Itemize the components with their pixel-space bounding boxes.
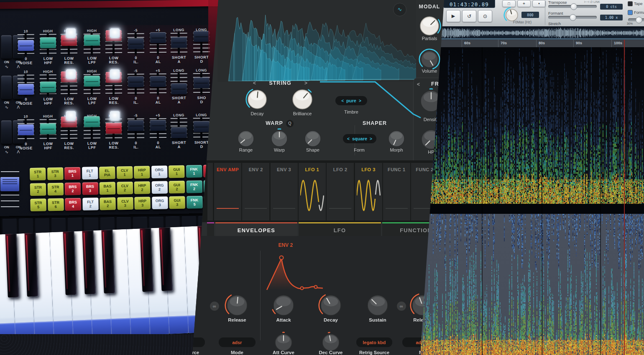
preset-button-org-2[interactable]: ORG2: [151, 181, 168, 194]
attack-knob[interactable]: [271, 292, 296, 318]
mod-slot-env-2[interactable]: ENV 2: [242, 163, 269, 221]
lit-button[interactable]: [66, 111, 76, 121]
slider-cap[interactable]: [171, 83, 187, 94]
lit-button[interactable]: [110, 111, 120, 121]
link-icon[interactable]: ∞: [210, 302, 219, 311]
lit-button[interactable]: [66, 69, 76, 79]
slider-thumb[interactable]: [570, 3, 577, 10]
env2-curve[interactable]: [255, 249, 330, 291]
lit-button[interactable]: [110, 28, 120, 38]
preset-button-str-1[interactable]: STR1: [30, 167, 46, 180]
slider-cap[interactable]: [194, 77, 210, 88]
brilliance-knob[interactable]: [290, 87, 315, 112]
checkbox-formant[interactable]: [628, 10, 633, 15]
slider-cap[interactable]: [128, 76, 144, 87]
mod-slot-lfo-3[interactable]: LFO 3: [355, 163, 382, 221]
slider-cap[interactable]: [194, 121, 210, 132]
preset-button-org-3[interactable]: ORG3: [152, 196, 168, 209]
waveform-overview[interactable]: [420, 26, 644, 40]
env-decay-knob[interactable]: [318, 292, 344, 318]
preset-button-flt-2[interactable]: FLT2: [82, 198, 99, 210]
preset-button-flt-1[interactable]: FLT1: [82, 167, 98, 180]
warp-knob[interactable]: [268, 128, 290, 150]
preset-button-str-5[interactable]: STR5: [30, 198, 46, 211]
mod-tab-lfo[interactable]: LFO: [299, 222, 381, 237]
loop-button[interactable]: ↺: [462, 10, 476, 22]
slider-cap[interactable]: [171, 37, 187, 48]
cycle-button[interactable]: ⊙: [478, 10, 492, 22]
slider-thumb[interactable]: [570, 14, 576, 21]
master-slider[interactable]: [0, 171, 20, 213]
retrig-selector[interactable]: legato kbd: [356, 337, 392, 347]
preset-button-str-6[interactable]: STR6: [48, 198, 64, 211]
preset-button-gui-2[interactable]: GUI2: [169, 181, 185, 194]
slider-cap[interactable]: [40, 37, 56, 48]
mode-selector[interactable]: adsr: [219, 337, 256, 347]
mod-slot-env-3[interactable]: ENV 3: [271, 163, 298, 221]
preset-button-el-pia[interactable]: ELPIA: [99, 167, 115, 180]
partials-knob[interactable]: [417, 14, 442, 38]
wave-icon[interactable]: ∿: [393, 3, 406, 16]
morph-knob[interactable]: [386, 128, 407, 150]
play-button[interactable]: ▶: [446, 10, 460, 22]
preset-button-gui-3[interactable]: GUI3: [169, 196, 185, 209]
slider-cap[interactable]: [84, 35, 100, 46]
preset-button-hrp-2[interactable]: HRP2: [134, 181, 151, 194]
slider-cap[interactable]: [150, 32, 166, 43]
checkbox-tape[interactable]: [628, 1, 633, 6]
preset-button-org-1[interactable]: ORG1: [151, 165, 168, 178]
slider-cap[interactable]: [40, 123, 56, 134]
rocker-switch[interactable]: [1, 120, 12, 144]
shape-knob[interactable]: [302, 128, 324, 150]
mod-tab-envelopes[interactable]: ENVELOPES: [215, 222, 297, 237]
lit-button[interactable]: [110, 69, 120, 79]
rocker-switch[interactable]: [1, 76, 12, 99]
volume-knob[interactable]: [418, 48, 441, 71]
range-knob[interactable]: [235, 128, 257, 150]
preset-button-str-2[interactable]: STR2: [30, 183, 46, 196]
slider-cap[interactable]: [18, 84, 34, 95]
release-knob[interactable]: [224, 292, 250, 318]
lit-button[interactable]: [66, 28, 76, 38]
preset-button-fnk-2[interactable]: FNK2: [186, 180, 202, 193]
slider-cap[interactable]: [128, 120, 144, 131]
preset-button-clv-3[interactable]: CLV3: [117, 197, 133, 210]
mod-slot-lfo-2[interactable]: LFO 2: [327, 163, 354, 221]
preset-button-brs-4[interactable]: BRS4: [65, 198, 81, 211]
slider-cap[interactable]: [171, 127, 187, 138]
slider-cap[interactable]: [40, 81, 56, 92]
slider-cap[interactable]: [18, 124, 34, 135]
preset-button-brs-3[interactable]: BRS3: [82, 182, 98, 195]
link-icon[interactable]: ∞: [397, 302, 406, 311]
slider-cap[interactable]: [150, 76, 166, 87]
string-next-chevron[interactable]: >: [304, 80, 307, 86]
tool-button-3[interactable]: •: [532, 0, 546, 7]
mod-slot-lfo-1[interactable]: LFO 1: [299, 163, 326, 221]
string-prev-chevron[interactable]: <: [253, 80, 256, 86]
spectrogram-display[interactable]: [420, 47, 644, 355]
preset-button-brs-1[interactable]: BRS1: [64, 167, 81, 180]
preset-button-clv-2[interactable]: CLV2: [117, 182, 133, 195]
preset-button-fnk-1[interactable]: FNK1: [186, 165, 202, 178]
zoom-slider[interactable]: [628, 18, 644, 21]
slider-cap[interactable]: [128, 38, 144, 49]
preset-button-str-4[interactable]: STR4: [47, 183, 64, 196]
preset-button-hrp-1[interactable]: HRP1: [134, 166, 150, 179]
preset-button-str-3[interactable]: STR3: [47, 167, 64, 180]
slider-cap[interactable]: [106, 123, 122, 134]
mod-tab-partial[interactable]: [207, 222, 214, 237]
decay-knob[interactable]: [245, 87, 269, 112]
form-selector[interactable]: < square >: [343, 134, 376, 143]
slider-cap[interactable]: [150, 120, 166, 131]
slider-cap[interactable]: [84, 117, 100, 127]
param-slider-transpose[interactable]: [548, 5, 597, 8]
preset-button-clv-1[interactable]: CLV1: [117, 166, 133, 179]
preset-button-gui-1[interactable]: GUI1: [169, 165, 185, 178]
warp-q-badge[interactable]: Q: [286, 120, 294, 127]
mod-slot-func-1[interactable]: FUNC 1: [383, 163, 410, 221]
preset-button-fnk-5[interactable]: FNK5: [187, 196, 203, 209]
preset-button-brs-2[interactable]: BRS2: [65, 183, 81, 195]
rocker-switch[interactable]: [1, 35, 12, 58]
slider-cap[interactable]: [84, 76, 100, 86]
preset-button-bas-2[interactable]: BAS2: [100, 198, 116, 210]
